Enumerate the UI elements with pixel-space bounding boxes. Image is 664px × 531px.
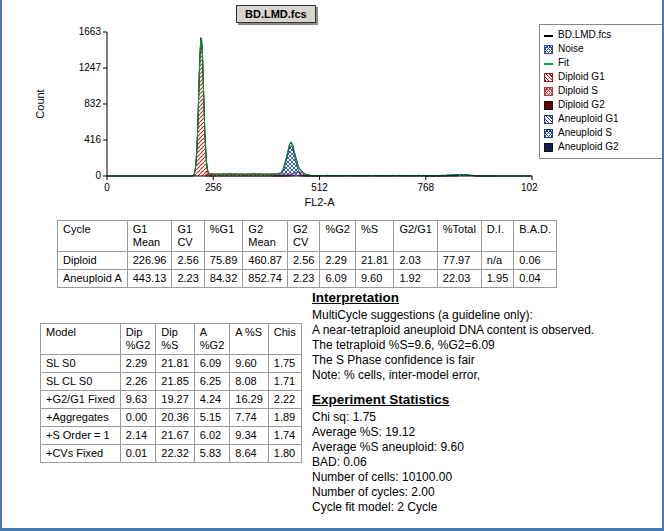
legend-solid-swatch-icon [544,101,553,110]
table-cell: Aneuploid A [58,270,128,288]
column-header: %Total [437,221,481,252]
legend-item: Aneuploid G2 [544,140,662,154]
legend-hatch-swatch-icon [544,73,553,82]
experiment-statistics-lines: Chi sq: 1.75Average %S: 19.12Average %S … [312,410,662,515]
cycle-results-table: CycleG1 MeanG1 CV%G1G2 MeanG2 CV%G2%SG2/… [57,220,557,288]
column-header: G2/G1 [394,221,437,252]
text-line: Note: % cells, inter-model error, [312,368,662,383]
table-cell: n/a [481,252,513,270]
legend-item: Diploid S [544,84,662,98]
table-cell: 6.09 [194,355,229,373]
table-cell: 7.74 [230,409,269,427]
table-cell: +Aggregates [41,409,121,427]
table-cell: 9.60 [230,355,269,373]
table-cell: 2.56 [287,252,319,270]
legend-line-swatch-icon [544,31,553,40]
x-axis-label: FL2-A [305,196,336,208]
table-cell: 8.08 [230,373,269,391]
experiment-statistics-heading: Experiment Statistics [312,392,662,407]
table-cell: 9.63 [120,391,155,409]
table-cell: 2.03 [394,252,437,270]
column-header: Chis [268,324,301,355]
x-tick-label: 1024 [521,182,538,193]
table-cell: 6.25 [194,373,229,391]
table-cell: 0.04 [514,270,557,288]
table-header-row: CycleG1 MeanG1 CV%G1G2 MeanG2 CV%G2%SG2/… [58,221,557,252]
table-cell: 5.15 [194,409,229,427]
table-cell: 22.32 [156,445,195,463]
x-tick-label: 512 [311,182,328,193]
table-cell: 460.87 [243,252,288,270]
table-cell: 0.06 [514,252,557,270]
column-header: %G1 [204,221,243,252]
interpretation-heading: Interpretation [312,290,662,305]
legend-solid-swatch-icon [544,143,553,152]
legend-label: Diploid G1 [558,70,605,84]
table-row: Diploid226.962.5675.89460.872.562.2921.8… [58,252,557,270]
text-line: MultiCycle suggestions (a guideline only… [312,308,662,323]
text-line: Average %S: 19.12 [312,425,662,440]
text-line: BAD: 0.06 [312,455,662,470]
table-cell: 2.29 [120,355,155,373]
table-cell: 21.67 [156,427,195,445]
table-cell: SL S0 [41,355,121,373]
legend-label: Aneuploid G1 [558,112,619,126]
table-cell: 21.85 [156,373,195,391]
table-cell: +CVs Fixed [41,445,121,463]
table-cell: 75.89 [204,252,243,270]
legend-cross-swatch-icon [544,129,553,138]
peak-aneuploid-g1 [273,146,310,176]
y-tick-label: 416 [84,134,101,145]
y-tick-label: 1663 [79,26,102,37]
legend-cross-swatch-icon [544,45,553,54]
column-header: G1 CV [172,221,204,252]
table-cell: 5.83 [194,445,229,463]
legend-item: Fit [544,56,662,70]
legend-hatch-swatch-icon [544,115,553,124]
multicycle-report-window: BD.LMD.fcs 04168321247166302565127681024… [0,0,664,531]
legend-item: BD.LMD.fcs [544,28,662,42]
table-cell: 6.09 [320,270,355,288]
table-cell: 9.34 [230,427,269,445]
table-row: Aneuploid A443.132.2384.32852.742.236.09… [58,270,557,288]
table-cell: 1.80 [268,445,301,463]
y-tick-label: 0 [95,170,101,181]
table-cell: 1.89 [268,409,301,427]
table-cell: 0.00 [120,409,155,427]
legend-label: Noise [558,42,584,56]
table-cell: 84.32 [204,270,243,288]
table-cell: 21.81 [355,252,394,270]
legend-label: Fit [558,56,569,70]
table-row: +G2/G1 Fixed9.6319.274.2416.292.22 [41,391,302,409]
peak-diploid-g1 [190,39,212,176]
table-cell: 1.75 [268,355,301,373]
table-cell: 6.02 [194,427,229,445]
column-header: D.I. [481,221,513,252]
analysis-text: Interpretation MultiCycle suggestions (a… [312,290,662,515]
x-tick-label: 0 [104,182,110,193]
table-cell: 22.03 [437,270,481,288]
table-cell: 2.14 [120,427,155,445]
table-cell: 1.95 [481,270,513,288]
chart-content: 04168321247166302565127681024CountFL2-A [34,26,538,208]
table-cell: 4.24 [194,391,229,409]
table-cell: 8.64 [230,445,269,463]
column-header: %G2 [320,221,355,252]
legend-item: Aneuploid G1 [544,112,662,126]
table-cell: 852.74 [243,270,288,288]
table-cell: 226.96 [127,252,172,270]
table-cell: 2.29 [320,252,355,270]
column-header: G2 Mean [243,221,288,252]
column-header: B.A.D. [514,221,557,252]
legend-label: Diploid G2 [558,98,605,112]
fit-curve [107,39,532,176]
x-tick-label: 768 [417,182,434,193]
table-row: SL CL S02.2621.856.258.081.71 [41,373,302,391]
table-cell: 1.92 [394,270,437,288]
legend-cross-swatch-icon [544,87,553,96]
legend-item: Diploid G1 [544,70,662,84]
legend-label: BD.LMD.fcs [558,28,611,42]
y-axis-label: Count [34,89,46,118]
text-line: The S Phase confidence is fair [312,353,662,368]
model-comparison-table: ModelDip %G2Dip %SA %G2A %SChisSL S02.29… [40,323,302,463]
